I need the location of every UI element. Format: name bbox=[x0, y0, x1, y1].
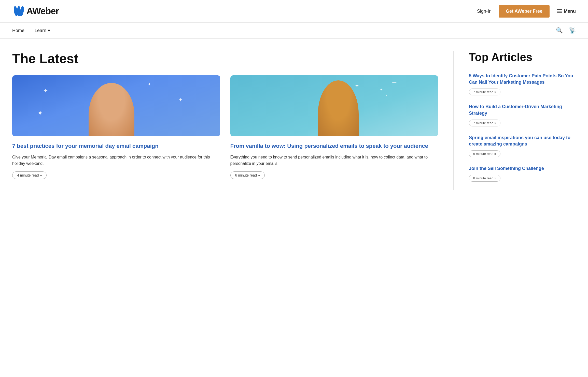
get-free-button[interactable]: Get AWeber Free bbox=[499, 5, 550, 18]
header: AWeber Sign-In Get AWeber Free Menu bbox=[0, 0, 588, 23]
top-article-item-3: Spring email inspirations you can use to… bbox=[469, 135, 576, 157]
menu-label: Menu bbox=[564, 9, 576, 14]
article-image-2[interactable]: ✦ ✦ — / bbox=[230, 75, 438, 136]
main-content: The Latest ✦ ✦ ✦ ✦ ✦ 7 bbox=[0, 39, 588, 205]
search-icon[interactable]: 🔍 bbox=[556, 27, 563, 34]
article-excerpt-2: Everything you need to know to send pers… bbox=[230, 154, 438, 167]
nav-right: 🔍 📡 bbox=[556, 27, 576, 34]
read-time-badge-2[interactable]: 6 minute read » bbox=[230, 171, 265, 179]
article-card: ✦ ✦ ✦ ✦ ✦ 7 best practices for your memo… bbox=[12, 75, 220, 179]
articles-grid: ✦ ✦ ✦ ✦ ✦ 7 best practices for your memo… bbox=[12, 75, 438, 179]
article-title-2[interactable]: From vanilla to wow: Using personalized … bbox=[230, 142, 438, 150]
header-right: Sign-In Get AWeber Free Menu bbox=[477, 5, 576, 18]
logo[interactable]: AWeber bbox=[12, 5, 59, 18]
chevron-down-icon: ▾ bbox=[48, 28, 50, 33]
article-card-2: ✦ ✦ — / From vanilla to wow: Using perso… bbox=[230, 75, 438, 179]
nav: Home Learn ▾ 🔍 📡 bbox=[0, 23, 588, 39]
latest-section: The Latest ✦ ✦ ✦ ✦ ✦ 7 bbox=[12, 51, 438, 190]
article-excerpt-1: Give your Memorial Day email campaigns a… bbox=[12, 154, 220, 167]
rss-icon[interactable]: 📡 bbox=[569, 27, 576, 34]
top-read-badge-1[interactable]: 7 minute read » bbox=[469, 89, 500, 95]
hamburger-icon bbox=[557, 9, 562, 13]
person-figure-1 bbox=[89, 83, 134, 136]
article-image-1[interactable]: ✦ ✦ ✦ ✦ ✦ bbox=[12, 75, 220, 136]
top-read-badge-2[interactable]: 7 minute read » bbox=[469, 120, 500, 126]
top-articles-section: Top Articles 5 Ways to Identify Customer… bbox=[469, 51, 576, 190]
read-time-badge-1[interactable]: 4 minute read » bbox=[12, 171, 47, 179]
top-article-item-4: Join the Sell Something Challenge 8 minu… bbox=[469, 165, 576, 182]
top-articles-title: Top Articles bbox=[469, 51, 576, 64]
nav-home[interactable]: Home bbox=[12, 28, 24, 33]
top-article-item-2: How to Build a Customer-Driven Marketing… bbox=[469, 104, 576, 126]
nav-left: Home Learn ▾ bbox=[12, 28, 50, 33]
top-article-item-1: 5 Ways to Identify Customer Pain Points … bbox=[469, 73, 576, 95]
sign-in-link[interactable]: Sign-In bbox=[477, 9, 492, 14]
article-title-1[interactable]: 7 best practices for your memorial day e… bbox=[12, 142, 220, 150]
logo-text: AWeber bbox=[26, 6, 59, 17]
menu-button[interactable]: Menu bbox=[557, 9, 576, 14]
nav-learn-label: Learn bbox=[35, 28, 46, 33]
latest-title: The Latest bbox=[12, 51, 438, 66]
nav-learn[interactable]: Learn ▾ bbox=[35, 28, 50, 33]
top-article-link-1[interactable]: 5 Ways to Identify Customer Pain Points … bbox=[469, 73, 576, 85]
top-article-link-2[interactable]: How to Build a Customer-Driven Marketing… bbox=[469, 104, 576, 116]
top-read-badge-3[interactable]: 6 minute read » bbox=[469, 150, 500, 157]
person-figure-2 bbox=[318, 80, 359, 136]
top-article-link-3[interactable]: Spring email inspirations you can use to… bbox=[469, 135, 576, 147]
section-divider bbox=[453, 51, 454, 190]
top-read-badge-4[interactable]: 8 minute read » bbox=[469, 175, 500, 182]
top-article-link-4[interactable]: Join the Sell Something Challenge bbox=[469, 165, 576, 172]
